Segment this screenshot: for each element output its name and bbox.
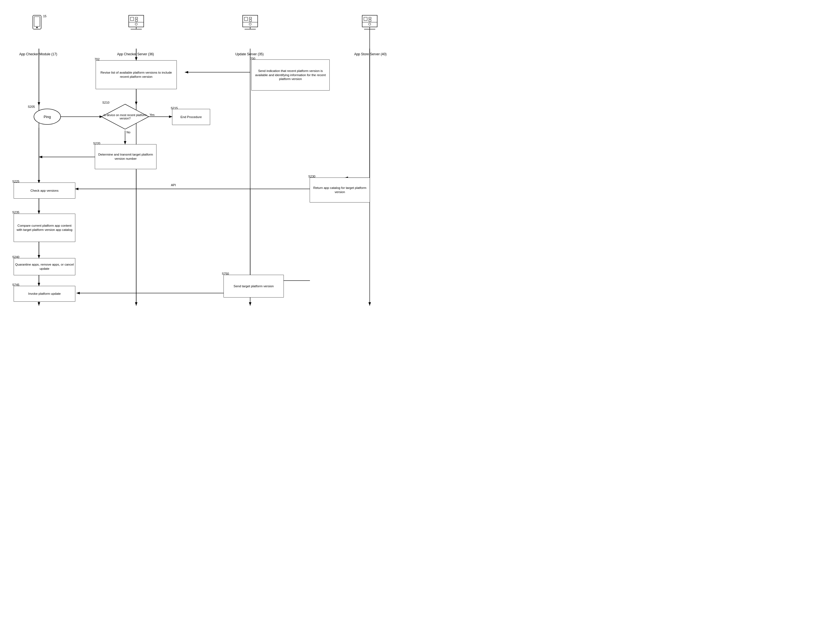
svg-rect-11 <box>135 20 137 21</box>
api-label: API <box>171 183 176 187</box>
step-s235: S235 <box>12 211 19 214</box>
svg-text:15: 15 <box>43 14 46 18</box>
svg-rect-19 <box>249 20 251 21</box>
quarantine-box: Quarantine apps, remove apps, or cancel … <box>14 259 75 275</box>
end-procedure-box: End Procedure <box>172 109 210 125</box>
determine-transmit-box: Determine and transmit target platform v… <box>95 145 156 169</box>
return-app-catalog-box: Return app catalog for target platform v… <box>310 178 370 202</box>
svg-rect-17 <box>244 17 248 20</box>
actor-label-app-store-server: App Store Server (40) <box>346 52 395 57</box>
send-indication-box: Send indication that recent platform ver… <box>251 60 329 90</box>
svg-rect-27 <box>369 20 371 21</box>
svg-rect-18 <box>249 17 251 19</box>
diagram-container: 15 <box>0 0 420 318</box>
actor-label-app-checker-module: App Checker Module (17) <box>14 52 63 57</box>
svg-rect-5 <box>34 17 40 27</box>
yes-label: Yes <box>150 113 155 117</box>
actor-label-app-checker-server: App Checker Server (36) <box>111 52 160 57</box>
compare-box: Compare current platform app content wit… <box>14 214 75 242</box>
check-app-versions-box: Check app versions <box>14 183 75 198</box>
no-label: No <box>126 131 130 134</box>
actor-label-update-server: Update Server (35) <box>228 52 271 57</box>
svg-rect-26 <box>369 17 371 19</box>
invoke-platform-box: Invoke platform update <box>14 286 75 301</box>
svg-rect-9 <box>130 17 134 20</box>
svg-point-13 <box>135 23 137 25</box>
step-s210: S210 <box>102 101 109 104</box>
send-target-box: Send target platform version <box>224 275 284 297</box>
step-s205: S205 <box>28 105 35 108</box>
svg-rect-25 <box>364 17 367 20</box>
diamond-label: Is device on most recent platform versio… <box>102 108 148 125</box>
svg-rect-10 <box>135 17 137 19</box>
revise-list-box: Revise list of available platform versio… <box>96 61 177 89</box>
svg-point-29 <box>369 23 371 25</box>
svg-point-6 <box>36 27 38 28</box>
svg-point-21 <box>249 23 251 25</box>
ping-label: Ping <box>38 113 57 121</box>
